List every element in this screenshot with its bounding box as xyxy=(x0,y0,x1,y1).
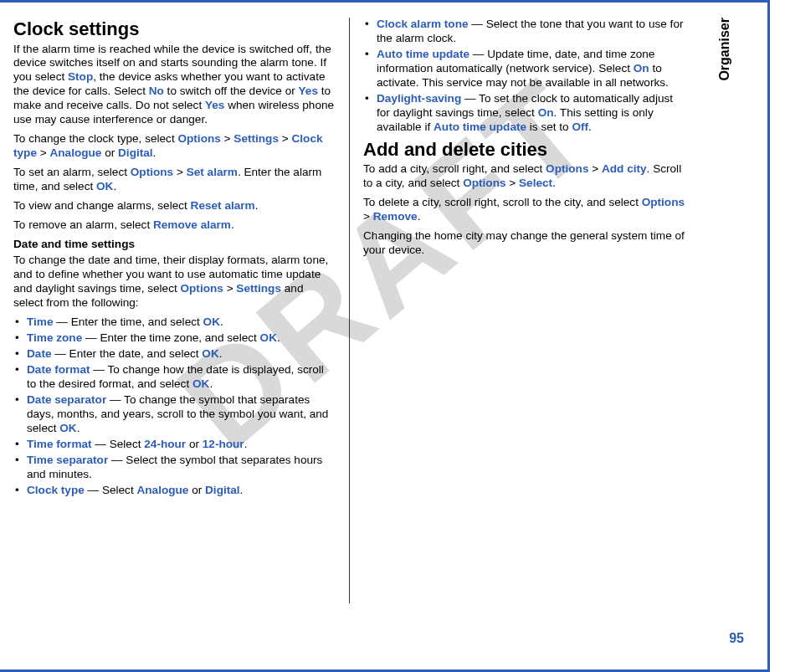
kw-ok: OK xyxy=(192,377,209,390)
kw-options: Options xyxy=(177,132,220,145)
text: To set an alarm, select xyxy=(13,166,131,178)
kw-no: No xyxy=(149,85,164,97)
para-remove-alarm: To remove an alarm, select Remove alarm. xyxy=(13,218,336,233)
kw-ok: OK xyxy=(203,315,220,328)
list-item: •Date separator — To change the symbol t… xyxy=(13,393,336,436)
para-clock-type: To change the clock type, select Options… xyxy=(13,132,336,161)
kw-add-city: Add city xyxy=(602,162,647,175)
chevron: > xyxy=(224,132,231,145)
kw-remove-alarm: Remove alarm xyxy=(153,218,231,231)
kw-options: Options xyxy=(642,196,685,208)
kw-analogue: Analogue xyxy=(136,484,188,496)
text: To change the clock type, select xyxy=(13,132,177,145)
kw-time: Time xyxy=(27,315,53,328)
kw-remove: Remove xyxy=(373,210,418,223)
para-view-alarms: To view and change alarms, select Reset … xyxy=(13,199,336,213)
kw-ok: OK xyxy=(202,347,218,360)
bullet-icon: • xyxy=(365,18,369,32)
kw-on: On xyxy=(538,106,554,119)
text: . xyxy=(219,347,223,360)
page-number: 95 xyxy=(729,631,744,646)
kw-ok: OK xyxy=(59,422,76,434)
chevron: > xyxy=(282,132,289,145)
text: To remove an alarm, select xyxy=(13,218,153,231)
para-set-alarm: To set an alarm, select Options > Set al… xyxy=(13,166,336,194)
text: or xyxy=(188,484,205,496)
text: To delete a city, scroll right, scroll t… xyxy=(363,196,642,208)
kw-settings: Settings xyxy=(233,132,279,145)
chevron: > xyxy=(177,166,183,178)
para-home-city-note: Changing the home city may change the ge… xyxy=(363,229,686,258)
list-item: •Date — Enter the date, and select OK. xyxy=(13,347,336,362)
list-item: •Daylight-saving — To set the clock to a… xyxy=(363,92,686,135)
text: to switch off the device or xyxy=(164,85,299,97)
text: — Enter the time, and select xyxy=(53,315,203,328)
kw-daylight-saving: Daylight-saving xyxy=(377,92,461,105)
para-delete-city: To delete a city, scroll right, scroll t… xyxy=(363,196,686,224)
kw-12-hour: 12-hour xyxy=(203,438,244,450)
bullet-icon: • xyxy=(15,454,19,468)
kw-settings: Settings xyxy=(236,282,281,295)
list-item: •Clock type — Select Analogue or Digital… xyxy=(13,484,336,498)
kw-time-format: Time format xyxy=(27,438,92,450)
kw-date-separator: Date separator xyxy=(27,393,106,406)
kw-auto-time-update: Auto time update xyxy=(377,48,469,60)
settings-list: •Time — Enter the time, and select OK. •… xyxy=(13,315,336,498)
kw-options: Options xyxy=(131,166,173,178)
text: — Select xyxy=(92,438,145,450)
kw-yes: Yes xyxy=(299,85,318,97)
kw-reset-alarm: Reset alarm xyxy=(191,199,255,212)
subhead-date-time: Date and time settings xyxy=(13,238,336,252)
kw-digital: Digital xyxy=(118,146,153,159)
two-column-layout: Clock settings If the alarm time is reac… xyxy=(13,18,700,603)
section-tab: Organiser xyxy=(717,18,751,81)
text: . xyxy=(220,315,223,328)
text: . xyxy=(240,484,244,496)
kw-clock-alarm-tone: Clock alarm tone xyxy=(377,18,469,30)
kw-auto-time-update: Auto time update xyxy=(434,121,526,133)
text: or xyxy=(186,438,203,450)
left-column: Clock settings If the alarm time is reac… xyxy=(13,18,350,603)
chevron: > xyxy=(592,162,598,175)
bullet-icon: • xyxy=(15,331,19,346)
text: — Enter the date, and select xyxy=(51,347,202,360)
kw-off: Off xyxy=(572,121,588,133)
bullet-icon: • xyxy=(15,484,19,498)
para-date-time-intro: To change the date and time, their displ… xyxy=(13,254,336,310)
kw-analogue: Analogue xyxy=(49,146,101,159)
text: — Enter the time zone, and select xyxy=(82,331,259,344)
kw-yes: Yes xyxy=(205,99,224,111)
bullet-icon: • xyxy=(365,48,369,62)
kw-clock-type: Clock type xyxy=(27,484,85,496)
kw-options: Options xyxy=(180,282,223,295)
para-add-city: To add a city, scroll right, and select … xyxy=(363,162,686,191)
kw-time-zone: Time zone xyxy=(27,331,82,344)
heading-clock-settings: Clock settings xyxy=(13,18,336,41)
kw-select: Select xyxy=(519,177,552,189)
right-column: •Clock alarm tone — Select the tone that… xyxy=(350,18,686,603)
chevron: > xyxy=(363,210,370,223)
page-frame: DRAFT Organiser Clock settings If the al… xyxy=(0,0,770,672)
bullet-icon: • xyxy=(15,438,19,452)
kw-date-format: Date format xyxy=(27,363,90,376)
bullet-icon: • xyxy=(365,92,369,106)
chevron: > xyxy=(40,146,47,159)
list-item: •Date format — To change how the date is… xyxy=(13,363,336,392)
text: To view and change alarms, select xyxy=(13,199,191,212)
text: . xyxy=(588,121,592,133)
text: . xyxy=(77,422,80,434)
list-item: •Clock alarm tone — Select the tone that… xyxy=(363,18,686,46)
kw-date: Date xyxy=(27,347,51,360)
kw-set-alarm: Set alarm xyxy=(187,166,238,178)
list-item: •Time format — Select 24-hour or 12-hour… xyxy=(13,438,336,452)
text: is set to xyxy=(526,121,572,133)
text: — Select xyxy=(85,484,137,496)
text: . xyxy=(277,331,280,344)
bullet-icon: • xyxy=(15,315,19,330)
kw-ok: OK xyxy=(96,180,113,192)
text: . xyxy=(244,438,248,450)
kw-time-separator: Time separator xyxy=(27,454,108,466)
bullet-icon: • xyxy=(15,363,19,377)
text: or xyxy=(101,146,118,159)
kw-options: Options xyxy=(546,162,588,175)
